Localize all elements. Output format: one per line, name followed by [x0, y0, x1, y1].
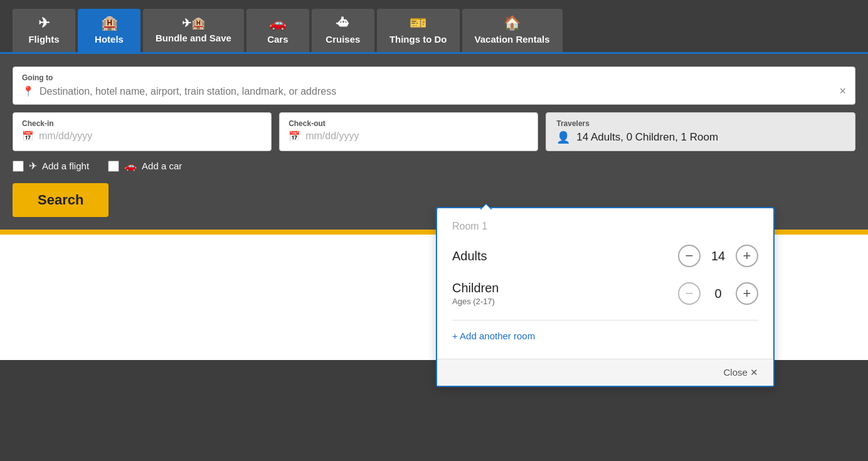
hotels-icon: 🏨: [101, 16, 118, 30]
checkin-label: Check-in: [22, 119, 262, 128]
things-icon: 🎫: [410, 16, 426, 30]
add-flight-checkbox[interactable]: [13, 161, 24, 172]
vacation-icon: 🏠: [504, 16, 521, 30]
tab-bundle[interactable]: ✈🏨 Bundle and Save: [143, 9, 244, 52]
checkin-calendar-icon: 📅: [22, 130, 34, 142]
addons-row: ✈ Add a flight 🚗 Add a car: [13, 160, 855, 172]
adults-counter-row: Adults − 14 +: [452, 245, 758, 267]
travelers-value-row: 👤 14 Adults, 0 Children, 1 Room: [556, 130, 845, 144]
tab-bundle-label: Bundle and Save: [156, 33, 231, 43]
adults-decrement-button[interactable]: −: [678, 245, 701, 267]
add-car-label: Add a car: [142, 161, 182, 171]
add-flight-checkbox-label[interactable]: ✈ Add a flight: [13, 160, 89, 172]
checkout-calendar-icon: 📅: [288, 130, 300, 142]
tab-flights-label: Flights: [28, 34, 59, 45]
checkin-value-row: 📅 mm/dd/yyyy: [22, 130, 262, 142]
close-popup-button[interactable]: Close ✕: [723, 367, 758, 378]
children-increment-button[interactable]: +: [736, 282, 758, 305]
tab-cars-label: Cars: [267, 34, 288, 45]
children-counter-row: Children Ages (2-17) − 0 +: [452, 281, 758, 306]
travelers-label: Travelers: [556, 119, 845, 128]
adults-controls: − 14 +: [678, 245, 758, 267]
flights-icon: ✈: [38, 16, 50, 30]
close-icon: ✕: [750, 367, 758, 378]
tab-cars[interactable]: 🚗 Cars: [246, 9, 309, 52]
pin-icon: 📍: [22, 85, 34, 97]
travelers-icon: 👤: [556, 130, 570, 144]
adults-count: 14: [711, 249, 726, 263]
add-another-room-link[interactable]: + Add another room: [452, 331, 535, 341]
cars-icon: 🚗: [269, 16, 286, 30]
children-sublabel: Ages (2-17): [452, 297, 499, 306]
tab-things-label: Things to Do: [389, 34, 447, 45]
flight-addon-icon: ✈: [29, 160, 37, 172]
adults-increment-button[interactable]: +: [736, 245, 758, 267]
children-label-group: Children Ages (2-17): [452, 281, 499, 306]
adults-label-group: Adults: [452, 249, 487, 263]
tab-flights[interactable]: ✈ Flights: [13, 9, 75, 52]
add-car-checkbox-label[interactable]: 🚗 Add a car: [108, 160, 182, 172]
bundle-icon: ✈🏨: [182, 18, 205, 29]
going-to-input[interactable]: [40, 86, 834, 97]
children-decrement-button[interactable]: −: [678, 282, 701, 305]
checkout-label: Check-out: [288, 119, 529, 128]
children-label: Children: [452, 281, 499, 295]
car-addon-icon: 🚗: [124, 160, 137, 172]
travelers-value: 14 Adults, 0 Children, 1 Room: [576, 131, 718, 144]
tab-hotels[interactable]: 🏨 Hotels: [78, 9, 140, 52]
going-to-wrapper: Going to 📍 ×: [13, 66, 855, 105]
checkout-value-row: 📅 mm/dd/yyyy: [288, 130, 529, 142]
checkout-placeholder: mm/dd/yyyy: [305, 130, 359, 142]
cruises-icon: ⛴: [336, 16, 350, 30]
checkin-placeholder: mm/dd/yyyy: [39, 130, 92, 142]
tab-things[interactable]: 🎫 Things to Do: [377, 9, 460, 52]
popup-footer: Close ✕: [437, 359, 773, 386]
popup-body: Room 1 Adults − 14 + Children Ages (2-17…: [437, 208, 773, 359]
tab-cruises-label: Cruises: [326, 34, 360, 45]
tab-cruises[interactable]: ⛴ Cruises: [312, 9, 374, 52]
tab-vacation-label: Vacation Rentals: [475, 34, 550, 45]
checkout-field[interactable]: Check-out 📅 mm/dd/yyyy: [279, 112, 538, 151]
search-panel: Going to 📍 × Check-in 📅 mm/dd/yyyy Check…: [0, 52, 868, 230]
tab-vacation[interactable]: 🏠 Vacation Rentals: [462, 9, 563, 52]
adults-label: Adults: [452, 249, 487, 263]
travelers-popup: Room 1 Adults − 14 + Children Ages (2-17…: [436, 207, 775, 387]
nav-tabs: ✈ Flights 🏨 Hotels ✈🏨 Bundle and Save 🚗 …: [0, 0, 868, 52]
children-controls: − 0 +: [678, 282, 758, 305]
add-car-checkbox[interactable]: [108, 161, 119, 172]
clear-destination-button[interactable]: ×: [839, 85, 846, 98]
room-label: Room 1: [452, 221, 758, 232]
search-button[interactable]: Search: [13, 183, 109, 217]
children-count: 0: [711, 287, 726, 301]
add-flight-label: Add a flight: [42, 161, 89, 171]
date-travelers-row: Check-in 📅 mm/dd/yyyy Check-out 📅 mm/dd/…: [13, 112, 855, 151]
going-to-label: Going to: [22, 73, 846, 82]
checkin-field[interactable]: Check-in 📅 mm/dd/yyyy: [13, 112, 272, 151]
popup-divider: [452, 320, 758, 321]
travelers-field[interactable]: Travelers 👤 14 Adults, 0 Children, 1 Roo…: [546, 112, 855, 151]
tab-hotels-label: Hotels: [95, 34, 124, 45]
going-to-input-row: 📍 ×: [22, 85, 846, 98]
